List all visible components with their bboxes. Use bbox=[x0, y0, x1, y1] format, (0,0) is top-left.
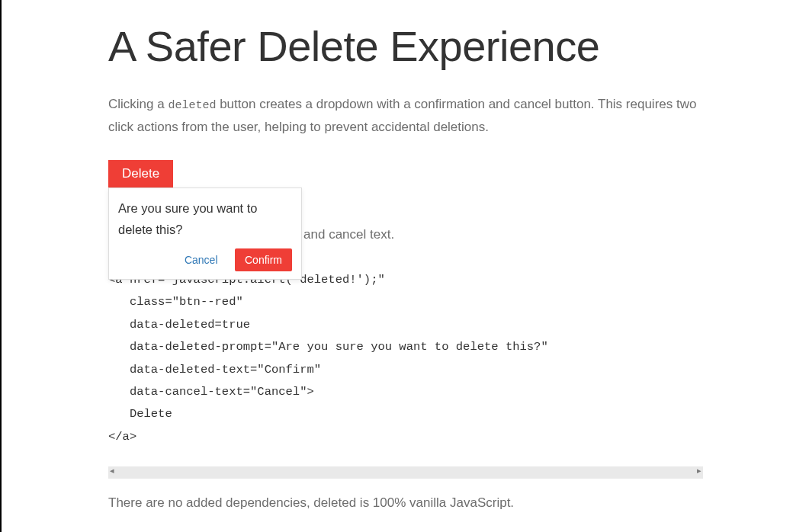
intro-code: deleted bbox=[168, 99, 216, 112]
cancel-link[interactable]: Cancel bbox=[185, 254, 218, 266]
code-block: <a href="javascript:alert('deleted!');" … bbox=[108, 269, 703, 449]
dropdown-prompt: Are you sure you want to delete this? bbox=[118, 197, 292, 242]
dropdown-actions: Cancel Confirm bbox=[118, 248, 292, 271]
footer-text: There are no added dependencies, deleted… bbox=[108, 492, 703, 513]
horizontal-scrollbar[interactable] bbox=[108, 466, 703, 479]
codeblock-wrap: <a href="javascript:alert('deleted!');" … bbox=[108, 269, 703, 457]
confirm-button[interactable]: Confirm bbox=[235, 248, 292, 271]
demo-area: Delete Are you sure you want to delete t… bbox=[108, 160, 703, 245]
confirm-dropdown: Are you sure you want to delete this? Ca… bbox=[108, 187, 302, 280]
page-title: A Safer Delete Experience bbox=[108, 23, 703, 70]
intro-paragraph: Clicking a deleted button creates a drop… bbox=[108, 93, 703, 139]
delete-button[interactable]: Delete bbox=[108, 160, 173, 187]
intro-pre: Clicking a bbox=[108, 97, 168, 111]
page-container: A Safer Delete Experience Clicking a del… bbox=[108, 0, 703, 513]
